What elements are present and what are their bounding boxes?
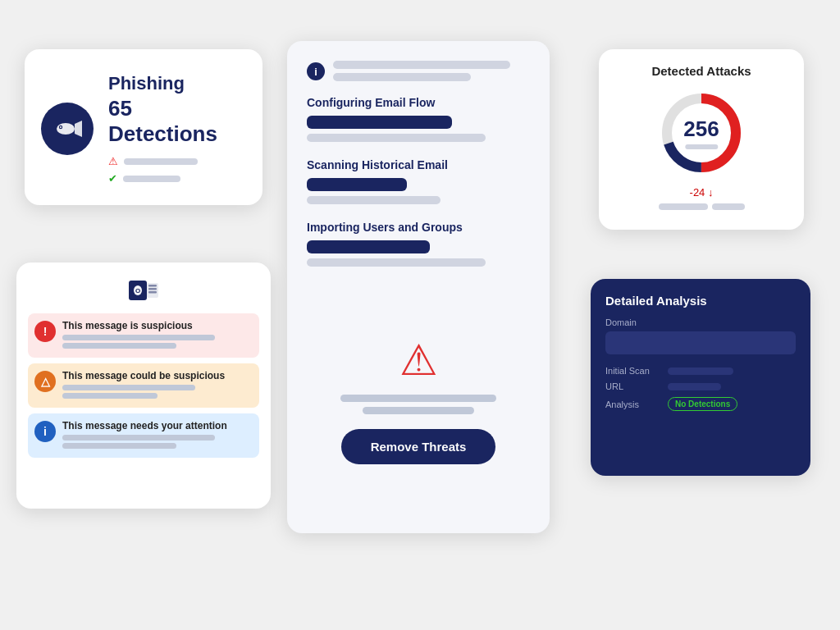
- svg-point-0: [57, 123, 75, 135]
- initial-scan-label: Initial Scan: [605, 366, 661, 376]
- warning-bars: [307, 395, 530, 414]
- analysis-row-analysis: Analysis No Detections: [605, 397, 796, 411]
- phishing-row-green: ✔: [108, 172, 246, 185]
- red-dot-icon: ⚠: [108, 155, 118, 167]
- attacks-card: Detected Attacks 256 -24 ↓: [599, 49, 804, 230]
- setup-info-bar-1: [333, 61, 510, 69]
- outlook-logo-icon: O: [129, 276, 158, 305]
- remove-threats-button[interactable]: Remove Threats: [341, 429, 496, 464]
- warning-triangle-icon: ⚠: [399, 336, 438, 385]
- phishing-title: Phishing: [108, 73, 246, 94]
- attacks-change: -24 ↓: [690, 186, 714, 199]
- alert-bar-red-1: [62, 335, 215, 340]
- phishing-number: 65: [108, 96, 132, 121]
- donut-center: 256: [683, 116, 719, 149]
- setup-email-flow-sub-bar: [307, 134, 486, 142]
- alert-content-orange: This message could be suspicious: [62, 370, 253, 401]
- analysis-title: Detailed Analysis: [605, 294, 796, 308]
- setup-import-title: Importing Users and Groups: [307, 221, 530, 234]
- setup-import-bar: [307, 240, 430, 253]
- setup-historical-section: Scanning Historical Email: [307, 158, 530, 204]
- phishing-info: Phishing 65 Detections ⚠ ✔: [108, 73, 246, 185]
- alert-item-red: ! This message is suspicious: [28, 313, 259, 358]
- setup-import-section: Importing Users and Groups: [307, 221, 530, 267]
- main-canvas: Phishing 65 Detections ⚠ ✔: [0, 0, 840, 630]
- alert-bar-blue-2: [62, 443, 176, 449]
- alert-content-blue: This message needs your attention: [62, 420, 253, 451]
- analysis-card: Detailed Analysis Domain Initial Scan UR…: [591, 279, 810, 476]
- setup-warning-area: ⚠ Remove Threats: [307, 283, 530, 517]
- analysis-row-initial-scan: Initial Scan: [605, 366, 796, 376]
- warning-bar-2: [363, 407, 474, 414]
- alerts-card: O ! This message is suspicious △ This me…: [16, 262, 271, 509]
- red-bar: [124, 158, 198, 165]
- analysis-rows: Initial Scan URL Analysis No Detections: [605, 366, 796, 411]
- attacks-bar-row: [659, 203, 745, 210]
- alert-content-red: This message is suspicious: [62, 320, 253, 351]
- attacks-bar-1: [659, 203, 708, 210]
- alert-item-blue: i This message needs your attention: [28, 413, 259, 458]
- setup-info-bars: [333, 61, 530, 81]
- analysis-label: Analysis: [605, 399, 661, 409]
- alert-title-red: This message is suspicious: [62, 320, 253, 331]
- svg-rect-6: [148, 285, 157, 287]
- alert-bar-blue-1: [62, 435, 215, 441]
- url-bar: [668, 383, 721, 390]
- url-label: URL: [605, 381, 661, 391]
- svg-text:O: O: [135, 287, 140, 294]
- alert-icon-red: !: [34, 321, 56, 342]
- svg-point-3: [60, 126, 62, 128]
- outlook-header: O: [28, 276, 259, 305]
- phishing-row-red: ⚠: [108, 155, 246, 167]
- phishing-count-label: Detections: [108, 121, 217, 146]
- alert-icon-blue: i: [34, 421, 56, 442]
- initial-scan-bar: [668, 368, 733, 375]
- setup-info-bar-2: [333, 73, 471, 81]
- phishing-count: 65 Detections: [108, 96, 246, 147]
- alert-title-blue: This message needs your attention: [62, 420, 253, 431]
- alert-icon-orange: △: [34, 371, 56, 392]
- donut-chart: 256: [656, 88, 746, 178]
- setup-info-icon: i: [307, 62, 325, 80]
- analysis-domain-label: Domain: [605, 317, 796, 327]
- alert-bar-orange-2: [62, 393, 158, 399]
- alert-bar-orange-1: [62, 385, 195, 390]
- fish-icon: [41, 103, 94, 155]
- analysis-domain-input[interactable]: [605, 331, 796, 354]
- setup-historical-sub-bar: [307, 196, 441, 204]
- no-detections-badge: No Detections: [668, 397, 737, 411]
- green-bar: [123, 176, 180, 182]
- setup-import-sub-bar: [307, 258, 486, 267]
- attacks-bar-2: [712, 203, 745, 210]
- warning-bar-1: [340, 395, 496, 402]
- setup-email-flow-section: Configuring Email Flow: [307, 96, 530, 142]
- svg-rect-8: [148, 291, 157, 294]
- green-dot-icon: ✔: [108, 172, 117, 185]
- phishing-card: Phishing 65 Detections ⚠ ✔: [25, 49, 262, 205]
- alert-item-orange: △ This message could be suspicious: [28, 363, 259, 408]
- alert-bar-red-2: [62, 343, 176, 349]
- attacks-title: Detected Attacks: [651, 64, 751, 78]
- setup-historical-title: Scanning Historical Email: [307, 158, 530, 171]
- setup-email-flow-bar: [307, 116, 452, 129]
- setup-historical-bar: [307, 178, 407, 191]
- attacks-count: 256: [683, 116, 719, 142]
- alert-title-orange: This message could be suspicious: [62, 370, 253, 381]
- svg-rect-7: [148, 288, 157, 290]
- setup-info-row: i: [307, 61, 530, 81]
- setup-email-flow-title: Configuring Email Flow: [307, 96, 530, 109]
- svg-marker-1: [75, 121, 82, 137]
- setup-card: i Configuring Email Flow Scanning Histor…: [287, 41, 550, 533]
- phishing-rows: ⚠ ✔: [108, 155, 246, 185]
- analysis-row-url: URL: [605, 381, 796, 391]
